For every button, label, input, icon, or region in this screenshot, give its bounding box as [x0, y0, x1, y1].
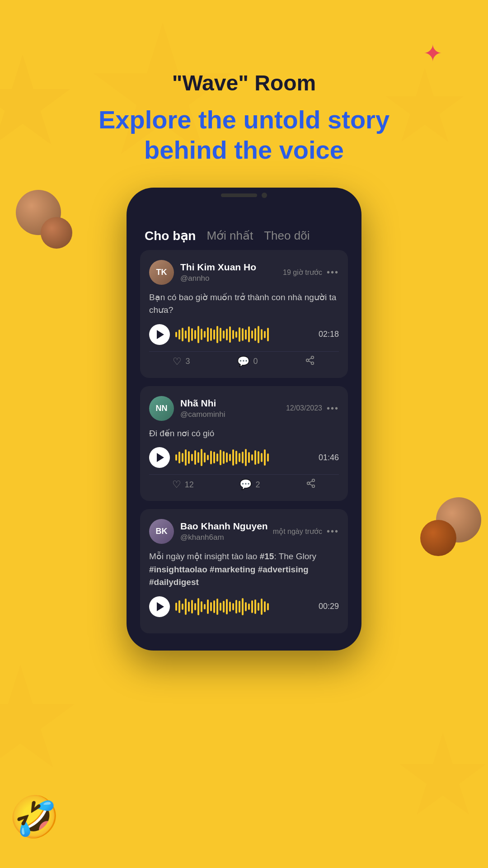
wave-bar	[254, 599, 256, 614]
card-actions-1: ♡ 3 💬 0	[149, 351, 339, 368]
wave-bar	[251, 330, 253, 339]
like-count-1: 3	[185, 357, 190, 366]
wave-bar	[207, 327, 209, 342]
more-options-2[interactable]: •••	[327, 403, 339, 414]
wave-bar	[210, 328, 212, 341]
like-button-2[interactable]: ♡ 12	[172, 479, 194, 491]
handle-2: @camominhi	[180, 410, 286, 419]
like-count-2: 12	[185, 480, 194, 490]
wave-bar	[210, 451, 212, 464]
wave-bar	[235, 600, 237, 613]
wave-bar	[245, 449, 247, 466]
wave-bar	[216, 453, 218, 462]
audio-player-3: 00:29	[149, 596, 339, 617]
svg-point-7	[312, 485, 315, 488]
waveform-1	[175, 326, 313, 344]
tab-cho-ban[interactable]: Cho bạn	[145, 228, 196, 243]
wave-bar	[248, 452, 250, 463]
wave-bar	[182, 453, 183, 462]
more-options-3[interactable]: •••	[327, 526, 339, 537]
wave-bar	[267, 328, 269, 341]
wave-bar	[178, 452, 180, 463]
wave-bar	[254, 450, 256, 465]
tab-moi-nhat[interactable]: Mới nhất	[206, 229, 253, 243]
post-content-3: Mỗi ngày một insight tào lao #15: The Gl…	[149, 550, 339, 589]
play-button-2[interactable]	[149, 447, 170, 468]
phone-mockup: Cho bạn Mới nhất Theo dõi TK Thi Kim Xua…	[0, 188, 488, 651]
like-button-1[interactable]: ♡ 3	[173, 356, 190, 368]
avatar-3: BK	[149, 519, 174, 544]
post-card-2: NN Nhã Nhi @camominhi 12/03/2023 ••• Đi …	[140, 386, 348, 501]
wave-bar	[175, 603, 177, 611]
wave-bar	[216, 326, 218, 343]
card-header-2: NN Nhã Nhi @camominhi 12/03/2023 •••	[149, 396, 339, 421]
tab-theo-doi[interactable]: Theo dõi	[264, 229, 310, 243]
wave-bar	[258, 451, 259, 464]
comment-button-1[interactable]: 💬 0	[237, 356, 258, 368]
starburst-deco-4	[0, 665, 77, 778]
hashtag-marketing: #marketing	[210, 565, 255, 574]
wave-bar	[213, 600, 215, 613]
wave-bar	[239, 453, 240, 462]
handle-3: @khanh6am	[180, 533, 273, 542]
username-1: Thi Kim Xuan Ho	[180, 262, 283, 273]
wave-bar	[267, 453, 269, 462]
wave-bar	[201, 329, 202, 340]
wave-bar	[235, 451, 237, 464]
wave-bar	[197, 598, 199, 615]
more-options-1[interactable]: •••	[327, 267, 339, 278]
card-meta-3: một ngày trước •••	[273, 526, 339, 537]
nav-tabs: Cho bạn Mới nhất Theo dõi	[140, 219, 348, 250]
post-content-1: Bạn có bao giờ muốn trở thành con nhà ng…	[149, 291, 339, 317]
audio-duration-3: 00:29	[319, 602, 339, 611]
wave-bar	[178, 600, 180, 613]
wave-bar	[194, 330, 196, 339]
play-button-3[interactable]	[149, 596, 170, 617]
wave-bar	[210, 602, 212, 611]
comment-count-2: 2	[255, 480, 260, 490]
wave-bar	[188, 602, 190, 612]
share-button-2[interactable]	[306, 478, 316, 491]
hero-subtitle: Explore the untold story behind the voic…	[0, 104, 488, 165]
svg-line-3	[309, 361, 311, 363]
wave-bar	[226, 329, 228, 340]
wave-bar	[175, 454, 177, 461]
audio-player-1: 02:18	[149, 324, 339, 345]
wave-bar	[226, 453, 228, 462]
wave-bar	[267, 603, 269, 610]
share-button-1[interactable]	[305, 355, 315, 368]
audio-duration-2: 01:46	[319, 453, 339, 462]
comment-count-1: 0	[253, 357, 258, 366]
handle-1: @annho	[180, 274, 283, 283]
wave-bar	[226, 599, 228, 614]
wave-bar	[185, 449, 187, 466]
wave-bar	[264, 449, 266, 466]
post-time-3: một ngày trước	[273, 527, 322, 536]
phone-notch	[203, 188, 285, 203]
wave-bar	[232, 603, 234, 610]
wave-bar	[207, 455, 209, 460]
wave-bar	[207, 599, 209, 614]
wave-bar	[245, 602, 247, 611]
wave-bar	[229, 602, 231, 612]
wave-bar	[213, 452, 215, 463]
wave-bar	[194, 603, 196, 610]
waveform-2	[175, 448, 313, 467]
comment-button-2[interactable]: 💬 2	[239, 479, 260, 491]
wave-bar	[261, 453, 263, 462]
avatar-2: NN	[149, 396, 174, 421]
wave-bar	[239, 327, 240, 342]
play-button-1[interactable]	[149, 324, 170, 345]
phone-inner: Cho bạn Mới nhất Theo dõi TK Thi Kim Xua…	[136, 197, 352, 633]
wave-bar	[178, 330, 180, 340]
wave-bar	[201, 449, 202, 466]
user-info-3: Bao Khanh Nguyen @khanh6am	[180, 521, 273, 542]
post-text-3b: : The Glory	[274, 552, 316, 561]
wave-bar	[194, 450, 196, 465]
user-info-2: Nhã Nhi @camominhi	[180, 398, 286, 419]
card-header-3: BK Bao Khanh Nguyen @khanh6am một ngày t…	[149, 519, 339, 544]
username-2: Nhã Nhi	[180, 398, 286, 409]
wave-bar	[264, 601, 266, 612]
wave-bar	[191, 600, 193, 613]
svg-point-1	[306, 359, 309, 362]
